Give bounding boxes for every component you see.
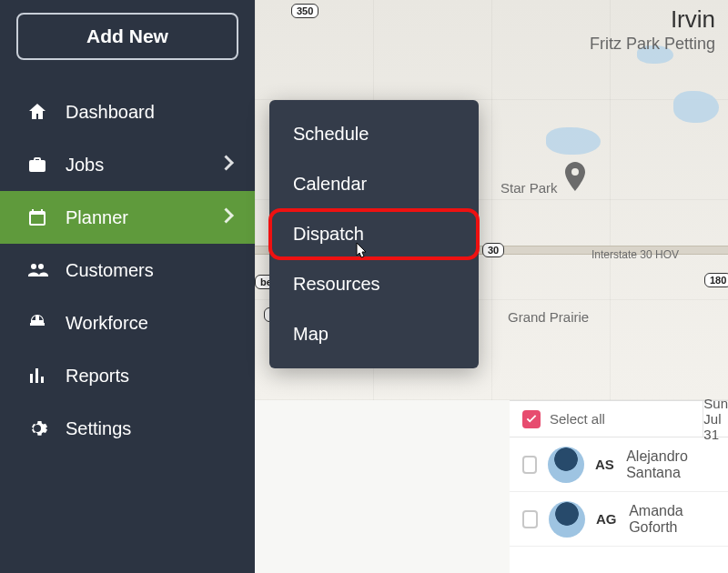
map-water: [546, 127, 601, 155]
sidebar-item-label: Settings: [66, 418, 131, 439]
sidebar-item-reports[interactable]: Reports: [0, 349, 255, 402]
map-pin-icon: [564, 162, 586, 191]
resource-list: Select all Sun Jul 31 AS Alejandro Santa…: [510, 400, 728, 573]
map-water: [673, 91, 719, 123]
submenu-item-dispatch[interactable]: Dispatch: [269, 209, 479, 259]
row-checkbox[interactable]: [522, 510, 538, 528]
gear-icon: [25, 417, 49, 440]
map-label-grandprairie: Grand Prairie: [508, 309, 589, 325]
map-shield-350: 350: [291, 4, 318, 18]
person-initials: AG: [596, 511, 618, 527]
cursor-icon: [355, 242, 369, 260]
home-icon: [25, 100, 49, 124]
sidebar-item-label: Dashboard: [66, 102, 155, 123]
sidebar-item-label: Reports: [66, 366, 129, 387]
map-city-sub: Fritz Park Petting: [590, 35, 715, 54]
list-header: Select all Sun Jul 31: [510, 401, 728, 437]
submenu-item-resources[interactable]: Resources: [269, 259, 479, 309]
sidebar-item-settings[interactable]: Settings: [0, 402, 255, 455]
calendar-icon: [25, 206, 49, 229]
select-all-cell[interactable]: Select all: [510, 401, 703, 437]
barchart-icon: [25, 364, 49, 387]
map-label-interstate: Interstate 30 HOV: [592, 248, 679, 261]
select-all-checkbox[interactable]: [522, 410, 541, 428]
list-item[interactable]: AG Amanda Goforth: [510, 492, 728, 547]
sidebar-item-customers[interactable]: Customers: [0, 244, 255, 297]
submenu-item-map[interactable]: Map: [269, 309, 479, 359]
add-new-button[interactable]: Add New: [16, 13, 238, 60]
date-header: Sun Jul 31: [703, 401, 728, 437]
person-initials: AS: [595, 457, 615, 472]
map-city-large: Irvin: [671, 5, 715, 34]
planner-submenu: Schedule Calendar Dispatch Resources Map: [269, 100, 479, 368]
list-item[interactable]: AS Alejandro Santana: [510, 437, 728, 492]
chevron-right-icon: [224, 155, 235, 176]
briefcase-icon: [25, 153, 49, 176]
sidebar-item-dashboard[interactable]: Dashboard: [0, 85, 255, 138]
sidebar-item-label: Planner: [66, 207, 128, 228]
sidebar-item-jobs[interactable]: Jobs: [0, 138, 255, 191]
sidebar-item-label: Customers: [66, 260, 154, 281]
select-all-label: Select all: [550, 411, 605, 427]
hardhat-icon: [25, 311, 49, 335]
map-shield-180: 180: [704, 273, 728, 287]
avatar: [549, 501, 585, 538]
sidebar-item-workforce[interactable]: Workforce: [0, 297, 255, 349]
row-checkbox[interactable]: [522, 456, 537, 474]
map-label-starpark: Star Park: [500, 180, 558, 196]
sidebar-item-label: Workforce: [66, 313, 148, 334]
person-name: Amanda Goforth: [629, 503, 715, 536]
person-name: Alejandro Santana: [626, 448, 715, 481]
avatar: [548, 447, 584, 483]
sidebar-item-label: Jobs: [66, 155, 104, 176]
submenu-item-label: Dispatch: [293, 224, 364, 244]
submenu-item-schedule[interactable]: Schedule: [269, 109, 479, 159]
chevron-right-icon: [224, 207, 235, 228]
map-shield-30: 30: [482, 243, 504, 257]
sidebar: Add New Dashboard Jobs Planner Customers…: [0, 0, 255, 573]
submenu-item-calendar[interactable]: Calendar: [269, 159, 479, 209]
people-icon: [25, 258, 49, 282]
sidebar-item-planner[interactable]: Planner: [0, 191, 255, 244]
